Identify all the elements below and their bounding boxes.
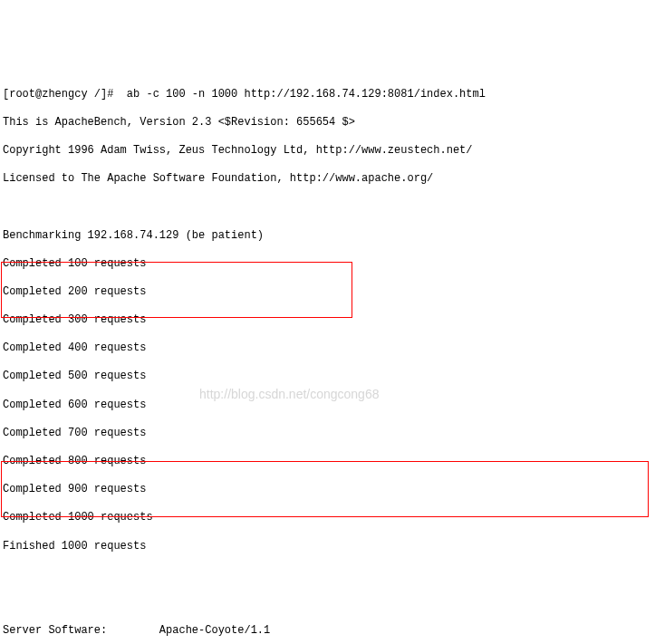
header-version: This is ApacheBench, Version 2.3 <$Revis…: [3, 116, 652, 130]
benchmarking-line: Benchmarking 192.168.74.129 (be patient): [3, 229, 652, 244]
command-line: [root@zhengcy /]# ab -c 100 -n 1000 http…: [3, 88, 652, 102]
highlight-box-server: [1, 262, 352, 318]
blank-line: [3, 200, 652, 215]
header-license: Licensed to The Apache Software Foundati…: [3, 172, 652, 187]
header-copyright: Copyright 1996 Adam Twiss, Zeus Technolo…: [3, 144, 652, 159]
completed-line: Completed 600 requests: [3, 399, 652, 413]
blank-line: [3, 568, 652, 582]
completed-line: Completed 500 requests: [3, 370, 652, 384]
highlight-box-perf: [1, 461, 649, 517]
blank-line: [3, 596, 652, 610]
finished-line: Finished 1000 requests: [3, 540, 652, 554]
completed-line: Completed 400 requests: [3, 341, 652, 356]
completed-line: Completed 700 requests: [3, 427, 652, 441]
server-software: Server Software: Apache-Coyote/1.1: [3, 624, 652, 639]
